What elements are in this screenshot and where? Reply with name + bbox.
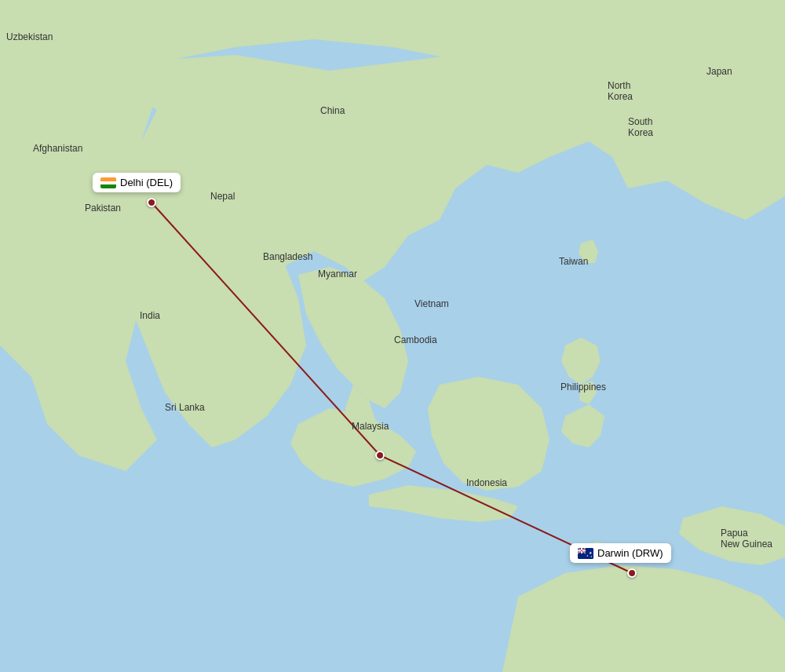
- destination-dot: [627, 568, 637, 578]
- map-svg: [0, 0, 785, 672]
- destination-flag: ★ ★ ★: [578, 548, 593, 559]
- svg-text:★: ★: [590, 555, 593, 558]
- origin-name: Delhi (DEL): [120, 177, 173, 188]
- waypoint-dot: [375, 451, 385, 460]
- origin-dot: [147, 198, 156, 207]
- origin-flag: [100, 177, 116, 188]
- destination-name: Darwin (DRW): [597, 547, 663, 559]
- origin-label: Delhi (DEL): [93, 173, 181, 192]
- svg-text:★: ★: [586, 554, 589, 557]
- destination-label: ★ ★ ★ Darwin (DRW): [570, 543, 671, 563]
- map-container: Uzbekistan Afghanistan Pakistan India Ne…: [0, 0, 785, 672]
